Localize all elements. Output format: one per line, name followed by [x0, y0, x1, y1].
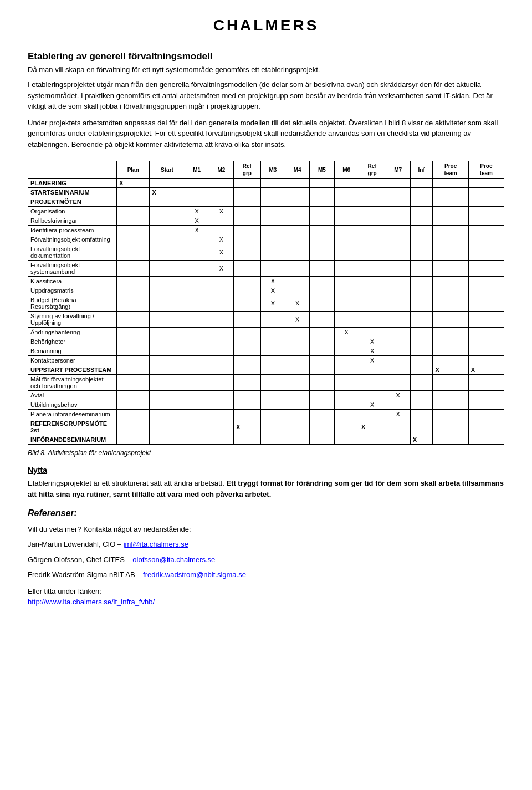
col-header-proc-team2: Procteam — [468, 161, 504, 179]
row-cell — [185, 312, 209, 328]
references-list: Jan-Martin Löwendahl, CIO – jml@ita.chal… — [28, 538, 504, 581]
row-cell — [150, 312, 185, 328]
ref-2-link[interactable]: olofsson@ita.chalmers.se — [132, 555, 215, 564]
row-cell: X — [185, 207, 209, 216]
row-cell — [410, 400, 433, 410]
col-header-proc-team1: Procteam — [433, 161, 468, 179]
col-header-refgrp2: Refgrp — [359, 161, 386, 179]
row-cell — [260, 337, 285, 346]
row-cell — [334, 277, 359, 286]
row-cell: X — [233, 419, 260, 435]
row-cell — [359, 435, 386, 445]
row-cell — [359, 216, 386, 226]
col-header-m3: M3 — [260, 161, 285, 179]
row-cell — [150, 365, 185, 375]
row-cell: X — [433, 365, 468, 375]
row-cell — [209, 216, 233, 226]
row-cell — [117, 286, 150, 295]
row-cell — [285, 346, 310, 356]
row-cell — [334, 244, 359, 261]
row-cell — [468, 419, 504, 435]
row-cell: X — [386, 410, 410, 419]
row-cell — [433, 337, 468, 346]
row-cell — [233, 226, 260, 235]
row-cell — [410, 197, 433, 207]
row-cell: X — [359, 356, 386, 365]
row-cell — [310, 356, 334, 365]
row-cell — [285, 435, 310, 445]
row-cell — [117, 337, 150, 346]
row-cell — [359, 188, 386, 197]
row-cell — [260, 312, 285, 328]
row-cell — [260, 235, 285, 244]
main-title: Etablering av generell förvaltningsmodel… — [28, 51, 504, 62]
row-cell — [233, 435, 260, 445]
row-cell: X — [117, 179, 150, 188]
row-cell — [386, 261, 410, 277]
row-cell — [310, 179, 334, 188]
row-cell — [410, 419, 433, 435]
row-cell — [359, 312, 386, 328]
row-cell — [433, 435, 468, 445]
row-cell — [410, 337, 433, 346]
row-cell — [310, 286, 334, 295]
row-cell — [117, 188, 150, 197]
row-cell — [359, 295, 386, 312]
row-cell — [209, 419, 233, 435]
activity-table: Plan Start M1 M2 Refgrp M3 M4 M5 M6 Refg… — [28, 161, 504, 445]
row-cell — [410, 346, 433, 356]
row-cell — [209, 337, 233, 346]
row-cell — [468, 197, 504, 207]
row-cell — [386, 179, 410, 188]
row-cell — [468, 400, 504, 410]
row-cell — [233, 197, 260, 207]
row-label: PROJEKTMÖTEN — [28, 197, 117, 207]
row-cell — [260, 410, 285, 419]
row-cell — [150, 400, 185, 410]
row-cell — [410, 295, 433, 312]
row-cell — [185, 277, 209, 286]
row-cell — [310, 328, 334, 337]
row-cell — [334, 197, 359, 207]
ref-3-link[interactable]: fredrik.wadstrom@nbit.sigma.se — [143, 570, 246, 579]
row-cell: X — [185, 226, 209, 235]
row-cell — [386, 226, 410, 235]
row-cell — [468, 435, 504, 445]
row-cell — [433, 244, 468, 261]
row-cell — [150, 244, 185, 261]
row-label: Budget (Beräkna Resursåtgång) — [28, 295, 117, 312]
row-cell — [334, 286, 359, 295]
row-cell — [433, 277, 468, 286]
col-header-start: Start — [150, 161, 185, 179]
row-cell — [209, 410, 233, 419]
row-cell — [285, 328, 310, 337]
row-cell — [285, 375, 310, 391]
col-header-m1: M1 — [185, 161, 209, 179]
row-cell: X — [260, 295, 285, 312]
row-cell — [433, 207, 468, 216]
row-cell — [209, 400, 233, 410]
url-link[interactable]: http://www.ita.chalmers.se/it_infra_fvhb… — [28, 598, 155, 606]
row-cell — [285, 419, 310, 435]
row-cell — [285, 216, 310, 226]
row-cell — [233, 391, 260, 400]
row-cell — [310, 207, 334, 216]
ref-1-link[interactable]: jml@ita.chalmers.se — [124, 540, 188, 548]
row-cell — [285, 391, 310, 400]
row-cell — [209, 312, 233, 328]
row-cell — [117, 391, 150, 400]
row-label: INFÖRANDESEMINARIUM — [28, 435, 117, 445]
row-cell — [150, 261, 185, 277]
row-cell — [359, 410, 386, 419]
nytta-title: Nytta — [28, 466, 504, 475]
row-cell — [433, 286, 468, 295]
row-cell — [260, 226, 285, 235]
row-cell — [285, 365, 310, 375]
row-label: Bemanning — [28, 346, 117, 356]
row-cell — [359, 286, 386, 295]
row-cell — [209, 391, 233, 400]
row-cell — [433, 188, 468, 197]
row-cell — [310, 365, 334, 375]
row-cell — [209, 226, 233, 235]
nytta-body1: Etableringsprojektet är ett strukturerat… — [28, 479, 224, 487]
